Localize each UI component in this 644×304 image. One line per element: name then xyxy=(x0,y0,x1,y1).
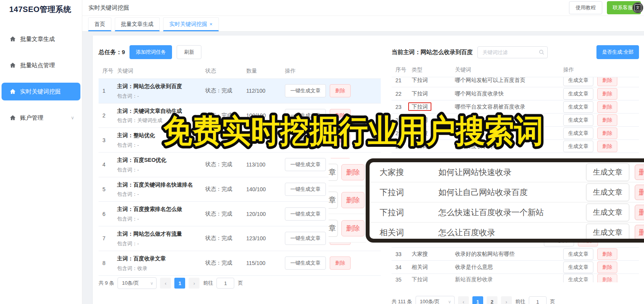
add-task-button[interactable]: 添加挖词任务 xyxy=(129,45,172,59)
delete-button[interactable]: 删除 xyxy=(330,256,351,270)
page-title: 实时关键词挖掘 xyxy=(89,4,129,12)
include-words: 包含词：- xyxy=(117,191,205,198)
page-number-button[interactable]: 1 xyxy=(472,296,483,304)
page-number-button[interactable]: 1 xyxy=(174,278,185,289)
delete-button[interactable]: 删除 xyxy=(635,225,644,240)
main-keyword: 主词：百度收录文章 xyxy=(117,255,205,263)
include-words: 包含词：- xyxy=(117,240,205,247)
generate-all-button[interactable]: 是否生成:全部 xyxy=(596,45,639,59)
generate-article-button[interactable]: 生成文章 xyxy=(563,262,593,273)
keyword-text: 收录好的发帖网站有哪些 xyxy=(455,251,563,258)
generate-article-button[interactable]: 生成文章 xyxy=(563,127,593,139)
generate-article-button[interactable]: 一键生成文章 xyxy=(285,158,326,171)
close-icon[interactable]: × xyxy=(210,21,213,27)
delete-button[interactable]: 删除 xyxy=(597,101,617,113)
prev-page-button[interactable]: ‹ xyxy=(160,278,171,289)
row-index: 24 xyxy=(392,117,412,123)
main-keyword: 主词：网站怎么收录到百度 xyxy=(117,82,205,91)
tab-home[interactable]: 首页 xyxy=(88,17,111,31)
goto-page-input[interactable] xyxy=(216,278,234,289)
delete-button[interactable]: 删除 xyxy=(597,262,617,273)
keyword-type: 大家搜 xyxy=(412,130,455,137)
generate-article-button[interactable]: 生成文章 xyxy=(563,141,593,152)
keyword-filter-input[interactable] xyxy=(477,46,548,58)
zoomed-row: 相关词 怎么让百度收录 生成文章 删除 xyxy=(370,222,644,243)
generate-article-button[interactable]: 一键生成文章 xyxy=(285,183,326,196)
keyword-type: 相关词 xyxy=(412,264,455,271)
generate-article-button[interactable]: 一键生成文章 xyxy=(285,109,326,122)
keyword-text: 收录是什么意思 xyxy=(455,264,563,271)
generate-article-button[interactable]: 生成文章 xyxy=(586,224,629,241)
delete-button[interactable]: 删除 xyxy=(597,248,617,260)
keyword-type: 下拉词 xyxy=(412,77,455,84)
next-page-button[interactable]: › xyxy=(501,296,512,304)
delete-button[interactable]: 删除 xyxy=(330,109,351,122)
keyword-type: 下拉词 xyxy=(380,187,438,198)
goto-label: 前往 xyxy=(515,298,525,304)
generate-article-button[interactable]: 一键生成文章 xyxy=(285,256,326,270)
page-size-select[interactable]: 10条/页∨ xyxy=(118,277,157,289)
generate-article-button[interactable]: 生成文章 xyxy=(563,101,593,113)
generate-article-button[interactable]: 生成文章 xyxy=(586,183,629,201)
delete-button[interactable]: 删除 xyxy=(597,127,617,139)
delete-button[interactable]: 删除 xyxy=(341,164,365,180)
delete-button[interactable]: 删除 xyxy=(330,134,351,147)
delete-button[interactable]: 删除 xyxy=(330,84,351,97)
generate-article-button[interactable]: 生成文章 xyxy=(586,204,629,221)
generate-article-button[interactable]: 生成文章 xyxy=(563,88,593,100)
table-row: 3 主词：整站优化包含词：- 状态：完成 一键生成文章删除 xyxy=(99,128,381,153)
next-page-button[interactable]: › xyxy=(189,278,199,289)
count-text: 140/100 xyxy=(246,186,285,192)
keyword-type: 下拉词 xyxy=(412,104,455,110)
count-text: 123/100 xyxy=(246,235,285,241)
delete-button[interactable]: 删除 xyxy=(341,192,365,208)
row-index: 21 xyxy=(392,77,412,83)
home-icon xyxy=(9,36,16,42)
delete-button[interactable]: 删除 xyxy=(341,220,365,236)
delete-button[interactable]: 删除 xyxy=(597,114,617,126)
main-keyword: 主词：百度关键词排名快速排名 xyxy=(117,181,205,189)
page-size-select[interactable]: 100条/页∨ xyxy=(416,296,455,304)
sidebar-item-realtime-keyword[interactable]: 实时关键词挖掘 xyxy=(2,83,80,100)
count-text: 100/100 xyxy=(246,112,285,119)
generate-article-button[interactable]: 一键生成文章 xyxy=(285,207,326,221)
delete-button[interactable]: 删除 xyxy=(635,205,644,220)
refresh-button[interactable]: 刷新 xyxy=(177,45,201,59)
sidebar-item-batch-site[interactable]: 批量站点管理 xyxy=(2,56,80,74)
current-main-keyword: 当前主词：网站怎么收录到百度 xyxy=(392,49,473,56)
include-words: 包含词：- xyxy=(117,216,205,222)
generate-article-button[interactable]: 一键生成文章 xyxy=(285,232,326,245)
generate-article-button[interactable]: 一键生成文章 xyxy=(285,84,326,97)
generate-article-button[interactable]: 生成文章 xyxy=(563,77,593,86)
delete-button[interactable]: 删除 xyxy=(597,77,617,86)
delete-button[interactable]: 删除 xyxy=(597,274,617,282)
page-number-button[interactable]: 2 xyxy=(487,296,497,304)
generate-article-button[interactable]: 生成文章 xyxy=(563,274,593,282)
delete-button[interactable]: 删除 xyxy=(635,165,644,180)
tutorial-button[interactable]: 使用教程 xyxy=(569,1,602,14)
tab-realtime-keyword[interactable]: 实时关键词挖掘× xyxy=(163,17,219,31)
row-index: 6 xyxy=(99,211,117,217)
delete-button[interactable]: 删除 xyxy=(597,88,617,100)
sidebar-item-batch-article[interactable]: 批量文章生成 xyxy=(2,30,80,48)
keyword-type: 下拉词 xyxy=(380,207,438,218)
status-text: 状态：完成 xyxy=(205,260,246,267)
generate-article-button[interactable]: 一键生成文章 xyxy=(285,134,326,147)
tab-batch-article[interactable]: 批量文章生成 xyxy=(115,17,160,31)
generate-article-button[interactable]: 生成文章 xyxy=(563,114,593,126)
floating-widget-icon[interactable]: 文 xyxy=(632,2,643,13)
generate-article-button[interactable]: 生成文章 xyxy=(563,248,593,260)
count-text: 120/100 xyxy=(246,211,285,217)
delete-button[interactable]: 删除 xyxy=(635,185,644,200)
zoom-fragment-row: 章 删除 xyxy=(329,214,366,243)
generate-article-button[interactable]: 生成文章 xyxy=(586,163,629,181)
goto-page-input[interactable] xyxy=(529,296,547,304)
table-row: 35 下拉词 新站百度秒收录 生成文章删除 xyxy=(392,274,639,282)
home-icon xyxy=(9,88,16,95)
row-index: 22 xyxy=(392,91,412,97)
delete-button[interactable]: 删除 xyxy=(597,141,617,152)
sidebar-item-account[interactable]: 账户管理 ∨ xyxy=(2,109,80,127)
prev-page-button[interactable]: ‹ xyxy=(458,296,469,304)
pagination: 共 111 条 100条/页∨ ‹ 1 2 › 前往 页 xyxy=(392,296,555,304)
count-text: 113/100 xyxy=(246,161,285,168)
